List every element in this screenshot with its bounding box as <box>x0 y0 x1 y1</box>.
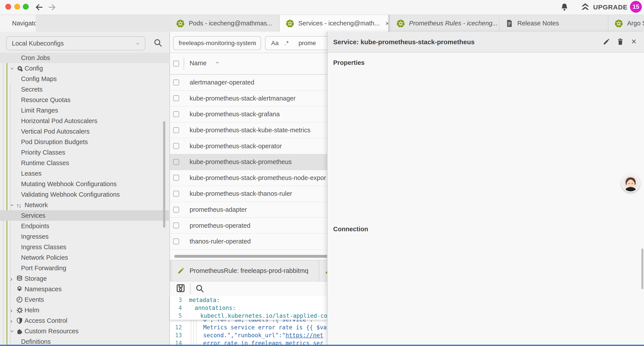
sidebar-item-label: Access Control <box>24 317 67 324</box>
namespace-selector-value: freeleaps-monitoring-system <box>179 40 256 47</box>
zoom-window-button[interactable] <box>23 4 29 10</box>
tab-label: Pods - icecheng@mathmas... <box>189 20 272 27</box>
sidebar-item-storage[interactable]: Storage <box>0 273 169 284</box>
close-icon[interactable]: × <box>631 36 636 46</box>
sidebar-item-vertical-pod-autoscalers[interactable]: Vertical Pod Autoscalers <box>0 126 169 137</box>
chevron-right-icon[interactable] <box>10 309 13 313</box>
kubeconfig-selector-value: Local Kubeconfigs <box>12 40 64 47</box>
row-checkbox[interactable] <box>173 223 179 228</box>
app-window: UPGRADE 15 Navigator Pods - icecheng@mat… <box>0 0 644 346</box>
minimize-window-button[interactable] <box>14 4 20 10</box>
editor-tab-prometheusrule-freeleaps-prod-rabbitmq[interactable]: PrometheusRule: freeleaps-prod-rabbitmq <box>172 260 319 281</box>
helm-icon <box>16 307 23 314</box>
sidebar-item-access-control[interactable]: Access Control <box>0 315 169 326</box>
service-name: kube-prometheus-stack-operator <box>190 143 282 150</box>
row-checkbox[interactable] <box>173 191 179 197</box>
sidebar-item-resource-quotas[interactable]: Resource Quotas <box>0 95 169 105</box>
row-checkbox[interactable] <box>173 239 179 244</box>
row-checkbox[interactable] <box>173 143 179 149</box>
tab-release-notes[interactable]: Release Notes <box>499 15 608 32</box>
notifications-bell-icon[interactable] <box>560 3 568 12</box>
sidebar-item-limit-ranges[interactable]: Limit Ranges <box>0 105 169 116</box>
row-checkbox[interactable] <box>173 127 179 133</box>
tabstrip-filler <box>36 15 170 32</box>
sidebar-item-runtime-classes[interactable]: Runtime Classes <box>0 158 169 168</box>
sidebar-search-icon[interactable] <box>154 38 162 47</box>
close-tab-icon[interactable]: × <box>385 20 388 27</box>
close-window-button[interactable] <box>5 4 11 10</box>
service-name: alertmanager-operated <box>190 79 254 86</box>
tab-argo-se[interactable]: Argo Se <box>608 15 644 32</box>
row-checkbox[interactable] <box>173 79 179 85</box>
tab-label: Prometheus Rules - icecheng... <box>409 20 498 27</box>
sidebar-item-label: Pod Disruption Budgets <box>21 138 88 146</box>
sidebar-item-port-forwarding[interactable]: Port Forwarding <box>0 263 169 273</box>
row-checkbox[interactable] <box>173 95 179 101</box>
row-checkbox[interactable] <box>173 159 179 165</box>
edit-pencil-icon[interactable] <box>603 38 610 45</box>
sidebar-item-ingress-classes[interactable]: Ingress Classes <box>0 242 169 252</box>
divider <box>184 57 184 70</box>
editor-search-icon[interactable] <box>195 284 204 293</box>
sidebar-item-leases[interactable]: Leases <box>0 168 169 179</box>
shield-icon <box>16 317 23 324</box>
chevron-right-icon[interactable] <box>10 277 13 282</box>
namespace-selector[interactable]: freeleaps-monitoring-system <box>173 36 261 50</box>
detail-scrollbar[interactable] <box>641 249 643 289</box>
chevron-right-icon[interactable] <box>10 319 13 324</box>
row-checkbox[interactable] <box>173 175 179 181</box>
presenter-avatar[interactable] <box>622 174 640 192</box>
sort-ascending-icon[interactable] <box>215 61 220 65</box>
sidebar-item-services[interactable]: Services <box>0 210 169 221</box>
kubernetes-icon <box>176 19 185 28</box>
kubeconfig-selector[interactable]: Local Kubeconfigs <box>6 36 145 50</box>
sidebar-scrollbar[interactable] <box>163 121 165 228</box>
sidebar-item-network[interactable]: ↑↓Network <box>0 200 169 210</box>
row-checkbox[interactable] <box>173 207 179 213</box>
sidebar-item-horizontal-pod-autoscalers[interactable]: Horizontal Pod Autoscalers <box>0 116 169 126</box>
back-icon[interactable] <box>35 3 44 11</box>
match-case-toggle[interactable]: Aa <box>271 40 278 47</box>
tab-pods-icecheng-mathmas[interactable]: Pods - icecheng@mathmas... <box>170 15 280 32</box>
sidebar-item-endpoints[interactable]: Endpoints <box>0 221 169 231</box>
upgrade-button[interactable]: UPGRADE <box>593 3 628 11</box>
name-column-header[interactable]: Name <box>190 59 206 67</box>
sidebar-item-label: Priority Classes <box>21 149 65 156</box>
sidebar-item-label: Limit Ranges <box>21 107 58 114</box>
service-name: thanos-ruler-operated <box>190 238 251 245</box>
tab-prometheus-rules-icecheng[interactable]: Prometheus Rules - icecheng... <box>390 15 499 32</box>
notification-count-badge[interactable]: 15 <box>630 1 642 13</box>
sidebar-item-network-policies[interactable]: Network Policies <box>0 252 169 263</box>
chevron-down-icon[interactable] <box>10 330 14 333</box>
sidebar-item-custom-resources[interactable]: Custom Resources <box>0 326 169 336</box>
chevron-down-icon[interactable] <box>10 67 14 70</box>
sidebar-item-label: Services <box>21 212 45 219</box>
sidebar-item-label: Mutating Webhook Configurations <box>21 180 116 188</box>
navigator-panel-title: Navigator <box>12 20 39 27</box>
tab-services-icecheng-math[interactable]: Services - icecheng@math...× <box>280 15 388 32</box>
delete-trash-icon[interactable] <box>617 38 624 45</box>
sidebar-item-config-maps[interactable]: Config Maps <box>0 74 169 84</box>
row-checkbox[interactable] <box>173 111 179 117</box>
sidebar-item-events[interactable]: Events <box>0 294 169 305</box>
clock-icon <box>16 296 23 303</box>
sidebar-item-priority-classes[interactable]: Priority Classes <box>0 147 169 158</box>
section-title-properties: Properties <box>328 59 364 66</box>
navigator-panel-tab[interactable]: Navigator <box>0 15 36 32</box>
sidebar-item-ingresses[interactable]: Ingresses <box>0 231 169 242</box>
sidebar-item-pod-disruption-budgets[interactable]: Pod Disruption Budgets <box>0 137 169 147</box>
sidebar-item-config[interactable]: Config <box>0 63 169 74</box>
sidebar-item-mutating-webhook-configurations[interactable]: Mutating Webhook Configurations <box>0 179 169 189</box>
sidebar-item-validating-webhook-configurations[interactable]: Validating Webhook Configurations <box>0 189 169 200</box>
select-all-checkbox[interactable] <box>173 61 179 66</box>
sidebar-item-helm[interactable]: Helm <box>0 305 169 315</box>
forward-icon[interactable] <box>47 3 56 11</box>
regex-toggle[interactable]: .* <box>284 40 289 47</box>
save-icon[interactable] <box>176 284 185 293</box>
section-title-connection: Connection <box>328 226 368 233</box>
kubernetes-icon <box>614 19 623 28</box>
sidebar-item-cron-jobs[interactable]: Cron Jobs <box>0 52 169 63</box>
sidebar-item-secrets[interactable]: Secrets <box>0 84 169 95</box>
chevron-down-icon[interactable] <box>10 203 14 207</box>
sidebar-item-namespaces[interactable]: Namespaces <box>0 284 169 294</box>
